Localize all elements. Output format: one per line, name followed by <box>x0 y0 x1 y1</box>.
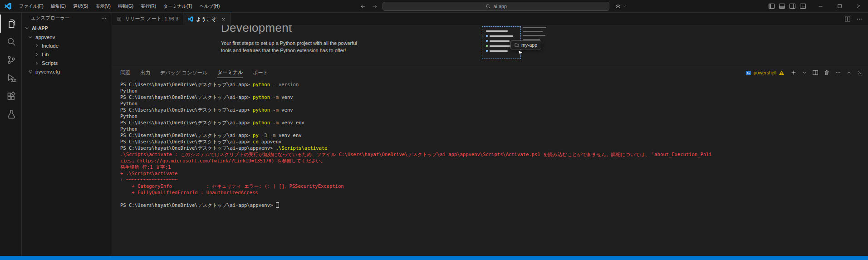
tree-item-label: appvenv <box>35 34 55 40</box>
terminal-cursor <box>276 202 279 208</box>
titlebar-right <box>764 0 868 12</box>
terminal-line: cies」(https://go.microsoft.com/fwlink/?L… <box>120 157 868 164</box>
more-actions-icon[interactable] <box>101 15 107 21</box>
files-icon <box>6 19 16 29</box>
editor-area: リリース ノート: 1.96.3 ようこそ <box>112 13 868 256</box>
title-bar: ファイル(F) 編集(E) 選択(S) 表示(V) 移動(G) 実行(R) ター… <box>0 0 868 13</box>
menu-go[interactable]: 移動(G) <box>114 2 137 11</box>
folder-icon <box>515 43 519 47</box>
go-forward-icon[interactable] <box>371 3 379 10</box>
copilot-menu-icon[interactable] <box>613 3 628 10</box>
terminal-text: venv env <box>279 132 302 138</box>
beaker-icon <box>6 109 16 119</box>
menu-edit[interactable]: 編集(E) <box>47 2 69 11</box>
tab-release-notes[interactable]: リリース ノート: 1.96.3 <box>112 13 183 25</box>
menu-file[interactable]: ファイル(F) <box>15 2 47 11</box>
chevron-down-icon <box>27 34 34 40</box>
close-panel-button[interactable] <box>857 70 863 76</box>
maximize-panel-button[interactable] <box>846 70 852 75</box>
menu-bar: ファイル(F) 編集(E) 選択(S) 表示(V) 移動(G) 実行(R) ター… <box>15 2 223 11</box>
editor-tab-bar: リリース ノート: 1.96.3 ようこそ <box>112 13 868 25</box>
chevron-right-icon <box>34 60 40 66</box>
activitybar-testing[interactable] <box>0 105 21 123</box>
panel-tab-debug-console[interactable]: デバッグ コンソール <box>160 69 207 76</box>
terminal-line: Python <box>120 126 868 132</box>
toggle-panel-icon[interactable] <box>779 3 785 10</box>
terminal-text: PS C:\Users\hayat\OneDrive\デスクトップ\ai-app… <box>120 120 253 125</box>
terminal-line <box>120 196 868 202</box>
terminal-text: Python <box>120 101 137 106</box>
kill-terminal-button[interactable] <box>824 69 830 76</box>
menu-terminal[interactable]: ターミナル(T) <box>160 2 196 11</box>
search-value: ai-app <box>494 4 507 9</box>
tree-item-label: pyvenv.cfg <box>35 69 60 74</box>
terminal-line: PS C:\Users\hayat\OneDrive\デスクトップ\ai-app… <box>120 145 868 151</box>
section-label: AI-APP <box>32 25 48 31</box>
activitybar-extensions[interactable] <box>0 87 21 105</box>
terminal-line: PS C:\Users\hayat\OneDrive\デスクトップ\ai-app… <box>120 94 868 100</box>
toggle-secondary-sidebar-icon[interactable] <box>789 3 796 10</box>
terminal-line: PS C:\Users\hayat\OneDrive\デスクトップ\ai-app… <box>120 107 868 113</box>
more-actions-icon[interactable] <box>835 69 841 76</box>
terminal-text: .\Scripts\activate <box>276 145 328 151</box>
terminal-text: + FullyQualifiedErrorId : UnauthorizedAc… <box>120 190 258 195</box>
terminal-line: + CategoryInfo : セキュリティ エラー: (: ) []、PSS… <box>120 183 868 189</box>
vscode-window: ファイル(F) 編集(E) 選択(S) 表示(V) 移動(G) 実行(R) ター… <box>0 0 868 260</box>
search-icon <box>6 37 16 47</box>
sidebar-header: エクスプローラー <box>22 13 112 24</box>
terminal-line: + ~~~~~~~~~~~~~~~~~~ <box>120 177 868 183</box>
search-icon <box>485 4 491 9</box>
vscode-logo-icon <box>188 16 193 22</box>
menu-view[interactable]: 表示(V) <box>92 2 114 11</box>
activitybar-explorer[interactable] <box>0 15 21 33</box>
chevron-right-icon <box>34 52 40 57</box>
go-back-icon[interactable] <box>359 3 367 10</box>
status-bar[interactable] <box>0 256 868 260</box>
close-tab-icon[interactable] <box>221 17 226 22</box>
tree-item-appvenv[interactable]: appvenv <box>22 33 112 41</box>
activitybar-source-control[interactable] <box>0 51 21 69</box>
vscode-logo-icon <box>0 3 15 10</box>
explorer-section-ai-app[interactable]: AI-APP <box>22 24 112 33</box>
split-terminal-button[interactable] <box>812 69 819 76</box>
tree-item-label: Include <box>42 43 59 49</box>
tree-item-include[interactable]: Include <box>22 41 112 50</box>
terminal-text: appvenv <box>261 139 281 144</box>
split-editor-icon[interactable] <box>844 16 851 22</box>
terminal-profile-powershell[interactable]: powershell <box>745 70 785 76</box>
toggle-primary-sidebar-icon[interactable] <box>768 3 775 10</box>
panel-tab-output[interactable]: 出力 <box>140 69 150 76</box>
tree-item-lib[interactable]: Lib <box>22 50 112 59</box>
sidebar-title: エクスプローラー <box>31 15 69 21</box>
customize-layout-icon[interactable] <box>799 3 806 10</box>
terminal-line: Python <box>120 88 868 94</box>
menu-help[interactable]: ヘルプ(H) <box>196 2 224 11</box>
close-window-button[interactable] <box>849 0 868 12</box>
menu-selection[interactable]: 選択(S) <box>69 2 92 11</box>
panel-tab-terminal[interactable]: ターミナル <box>217 69 243 76</box>
panel-tab-ports[interactable]: ポート <box>253 69 268 76</box>
maximize-button[interactable] <box>830 0 849 12</box>
release-notes-icon <box>117 16 122 22</box>
tab-welcome[interactable]: ようこそ <box>183 13 231 25</box>
panel-tab-problems[interactable]: 問題 <box>120 69 130 76</box>
chevron-down-icon <box>24 25 30 31</box>
powershell-icon <box>745 70 751 76</box>
command-center-search[interactable]: ai-app <box>383 2 609 11</box>
welcome-page: Development Your first steps to set up a… <box>112 25 868 66</box>
more-actions-icon[interactable] <box>856 16 863 22</box>
minimize-button[interactable] <box>811 0 830 12</box>
launch-profile-chevron-icon[interactable] <box>802 70 807 75</box>
new-terminal-button[interactable] <box>790 69 797 76</box>
menu-run[interactable]: 実行(R) <box>137 2 160 11</box>
activitybar-run-and-debug[interactable] <box>0 69 21 87</box>
terminal-text: + .\Scripts\activate <box>120 171 177 176</box>
terminal-line: PS C:\Users\hayat\OneDrive\デスクトップ\ai-app… <box>120 81 868 88</box>
tree-item-pyvenv-cfg[interactable]: pyvenv.cfg <box>22 67 112 76</box>
terminal-line: PS C:\Users\hayat\OneDrive\デスクトップ\ai-app… <box>120 132 868 138</box>
terminal[interactable]: PS C:\Users\hayat\OneDrive\デスクトップ\ai-app… <box>112 79 868 256</box>
activitybar-search[interactable] <box>0 33 21 51</box>
terminal-text: + CategoryInfo : セキュリティ エラー: (: ) []、PSS… <box>120 183 344 189</box>
gear-icon <box>27 69 34 74</box>
tree-item-scripts[interactable]: Scripts <box>22 59 112 67</box>
